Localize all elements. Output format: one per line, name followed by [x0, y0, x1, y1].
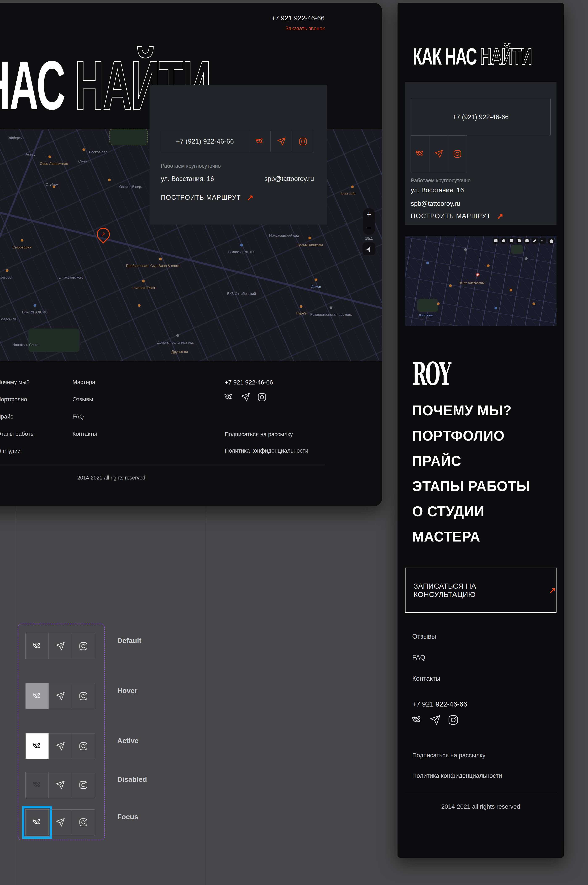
state-label: Default	[117, 637, 141, 645]
social-link[interactable]	[411, 714, 423, 725]
vk-button[interactable]	[26, 772, 49, 798]
map-toolbar-button[interactable]	[548, 238, 555, 245]
footer-phone[interactable]: +7 921 922-46-66	[412, 700, 467, 708]
desktop-frame: +7 921 922-46-66 Заказать звонок КАК НАС…	[0, 3, 382, 506]
social-link[interactable]	[249, 131, 270, 152]
social-link[interactable]	[257, 392, 267, 402]
footer-nav-link[interactable]: Почему мы?	[0, 379, 34, 385]
social-buttons-state-row: Active	[26, 733, 95, 759]
instagram-button[interactable]	[72, 683, 95, 709]
menu-item[interactable]: ПОЧЕМУ МЫ?	[412, 403, 530, 429]
instagram-button[interactable]	[72, 809, 95, 835]
telegram-button[interactable]	[48, 772, 72, 798]
footer-nav-link[interactable]: Портфолио	[0, 396, 34, 403]
menu-item[interactable]: ПРАЙС	[412, 454, 530, 480]
footer-nav-primary: Почему мы?ПортфолиоПрайсЭтапы работыО ст…	[0, 379, 34, 465]
telegram-button[interactable]	[48, 683, 72, 709]
map-toolbar-button[interactable]	[508, 238, 514, 244]
social-link[interactable]	[240, 392, 250, 402]
map-label: Роддом № 6	[0, 317, 20, 321]
footer-nav-link[interactable]: Отзывы	[412, 633, 440, 654]
phone-field[interactable]: +7 (921) 922-46-66	[411, 99, 550, 135]
menu-item[interactable]: О СТУДИИ	[412, 504, 530, 530]
instagram-button[interactable]	[72, 633, 95, 659]
topbar-phone[interactable]: +7 921 922-46-66	[272, 15, 325, 22]
build-route-link[interactable]: ПОСТРОИТЬ МАРШРУТ ↗	[411, 212, 504, 220]
consultation-button-label: ЗАПИСАТЬСЯ НА КОНСУЛЬТАЦИЮ	[414, 582, 540, 599]
menu-item[interactable]: ПОРТФОЛИО	[412, 428, 530, 455]
social-buttons-state-row: Focus	[26, 809, 95, 835]
footer-nav-link[interactable]: Этапы работы	[0, 431, 34, 437]
vk-button[interactable]	[26, 733, 49, 759]
social-link[interactable]	[448, 135, 467, 172]
subscribe-link[interactable]: Подписаться на рассылку	[225, 431, 293, 438]
email-link[interactable]: spb@tattooroy.ru	[264, 175, 314, 183]
social-link[interactable]	[411, 135, 429, 172]
map-toolbar-button[interactable]	[524, 238, 530, 244]
toolbar-glyph-icon	[533, 239, 536, 242]
map-poi-dot	[176, 334, 179, 337]
map-toolbar-button[interactable]	[500, 238, 507, 244]
zoom-out-button[interactable]: −	[366, 224, 371, 232]
toolbar-glyph-icon	[494, 239, 498, 242]
social-link[interactable]	[429, 714, 441, 725]
order-call-link[interactable]: Заказать звонок	[272, 26, 325, 32]
footer-nav-link[interactable]: Мастера	[72, 379, 97, 385]
privacy-policy-link[interactable]: Политика конфиденциальности	[412, 772, 502, 779]
map-zoom-control: + −	[363, 208, 375, 235]
build-route-link[interactable]: ПОСТРОИТЬ МАРШРУТ ↗	[161, 194, 254, 202]
map-poi-dot	[449, 284, 452, 287]
vk-icon	[411, 714, 423, 725]
map-toolbar-button[interactable]	[531, 238, 538, 244]
vk-button[interactable]	[26, 683, 49, 709]
footer-nav-link[interactable]: Контакты	[412, 675, 440, 696]
social-link[interactable]	[270, 131, 292, 152]
working-hours: Работаем круглосуточно	[161, 163, 221, 169]
consultation-button[interactable]: ЗАПИСАТЬСЯ НА КОНСУЛЬТАЦИЮ ↗	[405, 567, 556, 613]
footer-nav-link[interactable]: О студии	[0, 448, 34, 455]
footer-nav-link[interactable]: Контакты	[72, 431, 97, 437]
desktop-footer: Почему мы?ПортфолиоПрайсЭтапы работыО ст…	[0, 361, 382, 506]
zoom-in-button[interactable]: +	[366, 210, 371, 218]
toolbar-glyph-icon	[541, 240, 545, 242]
map-label: Hype's	[296, 312, 307, 316]
instagram-icon	[78, 780, 88, 790]
card-socials	[411, 135, 467, 172]
navigation-arrow-icon	[364, 244, 374, 254]
map-poi-dot	[108, 179, 111, 181]
map-toolbar-button[interactable]	[539, 238, 546, 244]
social-link[interactable]	[447, 714, 459, 725]
footer-phone[interactable]: +7 921 922-46-66	[225, 379, 273, 386]
instagram-button[interactable]	[72, 772, 95, 798]
map-toolbar-button[interactable]	[516, 238, 522, 244]
instagram-button[interactable]	[72, 733, 95, 759]
state-label: Disabled	[117, 775, 147, 783]
footer-socials	[224, 392, 267, 402]
map-toolbar-button[interactable]	[493, 238, 499, 244]
menu-item[interactable]: МАСТЕРА	[412, 529, 530, 555]
footer-nav-link[interactable]: FAQ	[72, 414, 97, 420]
footer-nav-link[interactable]: Отзывы	[72, 396, 97, 403]
privacy-policy-link[interactable]: Политика конфиденциальности	[225, 447, 308, 454]
social-link[interactable]	[429, 135, 448, 172]
menu-item[interactable]: ЭТАПЫ РАБОТЫ	[412, 479, 530, 505]
phone-field[interactable]: +7 (921) 922-46-66	[161, 131, 249, 152]
map-label: Liverpool	[0, 275, 12, 280]
geolocation-button[interactable]	[363, 242, 375, 256]
roy-logo[interactable]: ROY	[412, 358, 450, 390]
subscribe-link[interactable]: Подписаться на рассылку	[412, 752, 486, 759]
telegram-button[interactable]	[48, 809, 72, 835]
instagram-icon	[453, 149, 462, 158]
footer-nav-link[interactable]: FAQ	[412, 654, 440, 675]
social-link[interactable]	[292, 131, 314, 152]
telegram-button[interactable]	[48, 633, 72, 659]
telegram-button[interactable]	[48, 733, 72, 759]
email-link[interactable]: spb@tattooroy.ru	[411, 200, 460, 208]
mobile-map[interactable]: Центр ФлебологииВосстания	[405, 236, 556, 326]
social-link[interactable]	[224, 392, 234, 402]
footer-nav-link[interactable]: Прайс	[0, 414, 34, 420]
map-poi-dot	[138, 304, 141, 307]
map-poi-dot	[426, 262, 429, 265]
vk-button[interactable]	[26, 633, 49, 659]
vk-button[interactable]	[26, 809, 49, 835]
